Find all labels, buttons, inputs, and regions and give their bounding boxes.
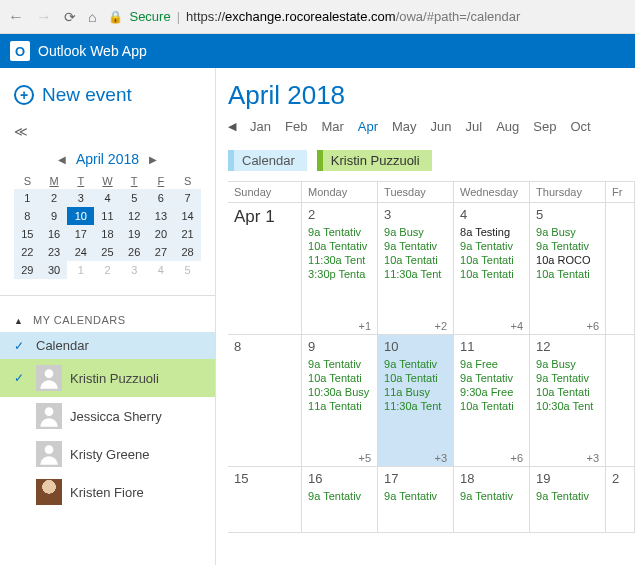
- event[interactable]: 9:30a Free: [460, 386, 523, 398]
- mini-day[interactable]: 14: [174, 207, 201, 225]
- event[interactable]: 10a Tentati: [460, 268, 523, 280]
- event[interactable]: 10a Tentati: [536, 386, 599, 398]
- event[interactable]: 9a Tentativ: [536, 372, 599, 384]
- more-events[interactable]: +6: [586, 320, 599, 332]
- month-nav-item[interactable]: Mar: [321, 119, 343, 134]
- month-prev-icon[interactable]: ◀: [228, 120, 236, 133]
- event[interactable]: 9a Tentativ: [536, 490, 599, 502]
- day-cell[interactable]: 2: [606, 467, 635, 532]
- day-cell[interactable]: 109a Tentativ10a Tentati11a Busy11:30a T…: [378, 335, 454, 466]
- address-bar[interactable]: 🔒 Secure | https://exchange.rocorealesta…: [108, 9, 627, 24]
- mini-day[interactable]: 1: [14, 189, 41, 207]
- event[interactable]: 9a Tentativ: [308, 226, 371, 238]
- mini-day[interactable]: 9: [41, 207, 68, 225]
- mini-day[interactable]: 19: [121, 225, 148, 243]
- mini-day[interactable]: 20: [148, 225, 175, 243]
- mini-day[interactable]: 28: [174, 243, 201, 261]
- collapse-sidebar-icon[interactable]: ≪: [0, 120, 215, 147]
- event[interactable]: 10a ROCO: [536, 254, 599, 266]
- event[interactable]: 10:30a Tent: [536, 400, 599, 412]
- mini-day[interactable]: 2: [94, 261, 121, 279]
- mini-day[interactable]: 16: [41, 225, 68, 243]
- mini-day[interactable]: 18: [94, 225, 121, 243]
- mini-day[interactable]: 6: [148, 189, 175, 207]
- day-cell[interactable]: 119a Free9a Tentativ9:30a Free10a Tentat…: [454, 335, 530, 466]
- back-icon[interactable]: ←: [8, 8, 24, 26]
- mini-day[interactable]: 1: [67, 261, 94, 279]
- event[interactable]: 9a Busy: [536, 226, 599, 238]
- more-events[interactable]: +2: [435, 320, 448, 332]
- day-cell[interactable]: [606, 335, 635, 466]
- day-cell[interactable]: 99a Tentativ10a Tentati10:30a Busy11a Te…: [302, 335, 378, 466]
- calendar-tag[interactable]: Kristin Puzzuoli: [317, 150, 432, 171]
- event[interactable]: 11:30a Tent: [308, 254, 371, 266]
- event[interactable]: 9a Tentativ: [384, 358, 447, 370]
- day-cell[interactable]: 179a Tentativ: [378, 467, 454, 532]
- day-cell[interactable]: 39a Busy9a Tentativ10a Tentati11:30a Ten…: [378, 203, 454, 334]
- event[interactable]: 3:30p Tenta: [308, 268, 371, 280]
- event[interactable]: 9a Busy: [536, 358, 599, 370]
- day-cell[interactable]: 59a Busy9a Tentativ10a ROCO10a Tentati+6: [530, 203, 606, 334]
- event[interactable]: 9a Tentativ: [384, 240, 447, 252]
- mini-day[interactable]: 13: [148, 207, 175, 225]
- event[interactable]: 10a Tentati: [460, 400, 523, 412]
- more-events[interactable]: +1: [359, 320, 372, 332]
- mini-day[interactable]: 30: [41, 261, 68, 279]
- event[interactable]: 11a Busy: [384, 386, 447, 398]
- mini-day[interactable]: 3: [67, 189, 94, 207]
- mini-day[interactable]: 17: [67, 225, 94, 243]
- mini-day[interactable]: 15: [14, 225, 41, 243]
- calendar-list-item[interactable]: ✓Kristin Puzzuoli: [0, 359, 215, 397]
- mini-day[interactable]: 22: [14, 243, 41, 261]
- mini-day[interactable]: 23: [41, 243, 68, 261]
- mini-day[interactable]: 10: [67, 207, 94, 225]
- day-cell[interactable]: 199a Tentativ: [530, 467, 606, 532]
- mini-day[interactable]: 12: [121, 207, 148, 225]
- event[interactable]: 10a Tentativ: [308, 240, 371, 252]
- event[interactable]: 10:30a Busy: [308, 386, 371, 398]
- mini-day[interactable]: 4: [94, 189, 121, 207]
- event[interactable]: 9a Tentativ: [308, 490, 371, 502]
- month-nav-item[interactable]: Jan: [250, 119, 271, 134]
- day-cell[interactable]: 129a Busy9a Tentativ10a Tentati10:30a Te…: [530, 335, 606, 466]
- event[interactable]: 11:30a Tent: [384, 268, 447, 280]
- calendar-list-item[interactable]: Kristen Fiore: [0, 473, 215, 511]
- mini-day[interactable]: 11: [94, 207, 121, 225]
- new-event-button[interactable]: + New event: [0, 78, 215, 120]
- more-events[interactable]: +6: [511, 452, 524, 464]
- day-cell[interactable]: 48a Testing9a Tentativ10a Tentati10a Ten…: [454, 203, 530, 334]
- mini-day[interactable]: 7: [174, 189, 201, 207]
- mini-day[interactable]: 24: [67, 243, 94, 261]
- event[interactable]: 10a Tentati: [308, 372, 371, 384]
- event[interactable]: 10a Tentati: [384, 254, 447, 266]
- event[interactable]: 8a Testing: [460, 226, 523, 238]
- mini-day[interactable]: 5: [121, 189, 148, 207]
- mini-day[interactable]: 27: [148, 243, 175, 261]
- day-cell[interactable]: 169a Tentativ: [302, 467, 378, 532]
- mini-day[interactable]: 26: [121, 243, 148, 261]
- mini-day[interactable]: 5: [174, 261, 201, 279]
- mini-prev-icon[interactable]: ◀: [58, 154, 66, 165]
- event[interactable]: 11:30a Tent: [384, 400, 447, 412]
- mini-day[interactable]: 4: [148, 261, 175, 279]
- day-cell[interactable]: 189a Tentativ: [454, 467, 530, 532]
- event[interactable]: 10a Tentati: [460, 254, 523, 266]
- event[interactable]: 9a Tentativ: [460, 372, 523, 384]
- day-cell[interactable]: [606, 203, 635, 334]
- event[interactable]: 9a Busy: [384, 226, 447, 238]
- event[interactable]: 9a Tentativ: [460, 490, 523, 502]
- event[interactable]: 9a Free: [460, 358, 523, 370]
- month-nav-item[interactable]: Sep: [533, 119, 556, 134]
- event[interactable]: 9a Tentativ: [536, 240, 599, 252]
- event[interactable]: 9a Tentativ: [460, 240, 523, 252]
- day-cell[interactable]: 15: [228, 467, 302, 532]
- event[interactable]: 11a Tentati: [308, 400, 371, 412]
- mini-day[interactable]: 2: [41, 189, 68, 207]
- home-icon[interactable]: ⌂: [88, 9, 96, 25]
- month-nav-item[interactable]: May: [392, 119, 417, 134]
- month-nav-item[interactable]: Aug: [496, 119, 519, 134]
- my-calendars-header[interactable]: ▲ MY CALENDARS: [0, 308, 215, 332]
- mini-day[interactable]: 8: [14, 207, 41, 225]
- day-cell[interactable]: Apr 1: [228, 203, 302, 334]
- calendar-tag[interactable]: Calendar: [228, 150, 307, 171]
